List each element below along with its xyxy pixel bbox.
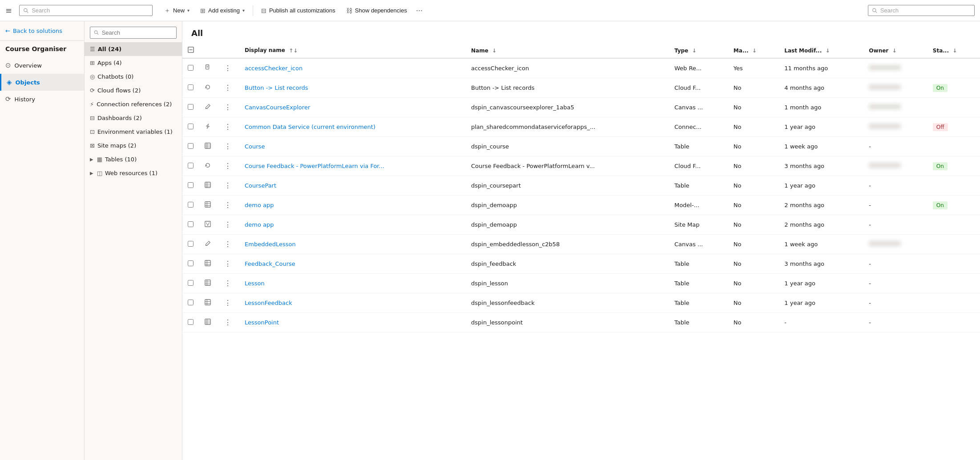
row-checkbox[interactable] (188, 84, 194, 90)
tree-item-chatbots[interactable]: ◎ Chatbots (0) (85, 70, 182, 84)
row-more-button[interactable]: ⋮ (222, 317, 234, 328)
row-more-cell[interactable]: ⋮ (216, 98, 239, 117)
new-button[interactable]: ＋ New ▾ (160, 4, 194, 17)
row-checkbox[interactable] (188, 143, 194, 149)
row-more-cell[interactable]: ⋮ (216, 313, 239, 332)
row-checkbox[interactable] (188, 260, 194, 266)
row-checkbox-cell[interactable] (182, 78, 199, 98)
row-more-cell[interactable]: ⋮ (216, 235, 239, 254)
table-row[interactable]: ⋮Coursedspin_courseTableNo1 week ago- (182, 137, 980, 156)
col-name-header[interactable]: Name ↓ (466, 43, 669, 58)
row-checkbox-cell[interactable] (182, 215, 199, 235)
middle-search-box[interactable] (90, 27, 177, 39)
row-checkbox[interactable] (188, 104, 194, 110)
col-select-all[interactable] (182, 43, 199, 58)
row-checkbox-cell[interactable] (182, 58, 199, 78)
add-existing-button[interactable]: ⊞ Add existing ▾ (196, 4, 249, 17)
row-more-button[interactable]: ⋮ (222, 180, 234, 191)
row-display-name[interactable]: Lesson (239, 274, 466, 293)
row-more-button[interactable]: ⋮ (222, 83, 234, 93)
row-checkbox-cell[interactable] (182, 196, 199, 215)
row-display-name[interactable]: demo app (239, 215, 466, 235)
row-checkbox-cell[interactable] (182, 293, 199, 313)
row-checkbox-cell[interactable] (182, 98, 199, 117)
row-more-cell[interactable]: ⋮ (216, 176, 239, 196)
table-row[interactable]: ⋮Common Data Service (current environmen… (182, 117, 980, 137)
row-display-name[interactable]: LessonPoint (239, 313, 466, 332)
row-display-name[interactable]: CoursePart (239, 176, 466, 196)
row-more-cell[interactable]: ⋮ (216, 137, 239, 156)
tree-item-envvars[interactable]: ⊡ Environment variables (1) (85, 125, 182, 139)
col-type-header[interactable]: Type ↓ (669, 43, 728, 58)
middle-search-input[interactable] (102, 29, 173, 36)
table-row[interactable]: ⋮EmbeddedLessondspin_embeddedlesson_c2b5… (182, 235, 980, 254)
row-checkbox[interactable] (188, 124, 194, 129)
tree-item-webresources[interactable]: ▶ ◫ Web resources (1) (85, 166, 182, 180)
row-checkbox[interactable] (188, 65, 194, 71)
row-more-button[interactable]: ⋮ (222, 122, 234, 132)
row-display-name[interactable]: accessChecker_icon (239, 58, 466, 78)
row-more-button[interactable]: ⋮ (222, 161, 234, 171)
row-display-name[interactable]: LessonFeedback (239, 293, 466, 313)
col-owner-header[interactable]: Owner ↓ (863, 43, 927, 58)
table-row[interactable]: ⋮Button -> List recordsButton -> List re… (182, 78, 980, 98)
tree-item-tables[interactable]: ▶ ▦ Tables (10) (85, 152, 182, 166)
toolbar-search-box[interactable] (19, 5, 153, 16)
row-checkbox-cell[interactable] (182, 137, 199, 156)
table-row[interactable]: ⋮LessonFeedbackdspin_lessonfeedbackTable… (182, 293, 980, 313)
more-button[interactable]: ··· (413, 4, 425, 17)
nav-item-objects[interactable]: ◈ Objects (0, 74, 84, 91)
row-checkbox[interactable] (188, 241, 194, 247)
dependencies-button[interactable]: ⛓ Show dependencies (342, 4, 411, 17)
row-more-button[interactable]: ⋮ (222, 141, 234, 152)
table-row[interactable]: ⋮demo appdspin_demoappSite MapNo2 months… (182, 215, 980, 235)
table-row[interactable]: ⋮LessonPointdspin_lessonpointTableNo-- (182, 313, 980, 332)
table-row[interactable]: ⋮accessChecker_iconaccessChecker_iconWeb… (182, 58, 980, 78)
tree-item-dashboards[interactable]: ⊟ Dashboards (2) (85, 111, 182, 125)
row-more-button[interactable]: ⋮ (222, 259, 234, 269)
row-checkbox[interactable] (188, 221, 194, 227)
col-managed-header[interactable]: Ma... ↓ (728, 43, 779, 58)
row-more-button[interactable]: ⋮ (222, 220, 234, 230)
row-more-button[interactable]: ⋮ (222, 278, 234, 288)
row-checkbox[interactable] (188, 163, 194, 168)
row-more-cell[interactable]: ⋮ (216, 78, 239, 98)
row-checkbox-cell[interactable] (182, 156, 199, 176)
row-display-name[interactable]: Feedback_Course (239, 254, 466, 274)
table-row[interactable]: ⋮Feedback_Coursedspin_feedbackTableNo3 m… (182, 254, 980, 274)
table-row[interactable]: ⋮Course Feedback - PowerPlatformLearn vi… (182, 156, 980, 176)
row-display-name[interactable]: Common Data Service (current environment… (239, 117, 466, 137)
row-more-button[interactable]: ⋮ (222, 63, 234, 73)
search-input[interactable] (32, 7, 149, 14)
row-more-cell[interactable]: ⋮ (216, 117, 239, 137)
row-more-cell[interactable]: ⋮ (216, 196, 239, 215)
row-display-name[interactable]: demo app (239, 196, 466, 215)
table-row[interactable]: ⋮Lessondspin_lessonTableNo1 year ago- (182, 274, 980, 293)
row-checkbox-cell[interactable] (182, 254, 199, 274)
row-display-name[interactable]: Course (239, 137, 466, 156)
row-checkbox[interactable] (188, 300, 194, 305)
toolbar-right-search[interactable] (868, 5, 975, 16)
col-display-name-header[interactable]: Display name ↑↓ (239, 43, 466, 58)
row-checkbox-cell[interactable] (182, 176, 199, 196)
col-status-header[interactable]: Sta... ↓ (928, 43, 980, 58)
row-more-cell[interactable]: ⋮ (216, 274, 239, 293)
tree-item-apps[interactable]: ⊞ Apps (4) (85, 56, 182, 70)
tree-item-connectionrefs[interactable]: ⚡ Connection references (2) (85, 97, 182, 111)
row-more-cell[interactable]: ⋮ (216, 254, 239, 274)
row-display-name[interactable]: Button -> List records (239, 78, 466, 98)
row-checkbox[interactable] (188, 182, 194, 188)
back-to-solutions[interactable]: ← Back to solutions (0, 21, 84, 41)
table-row[interactable]: ⋮demo appdspin_demoappModel-...No2 month… (182, 196, 980, 215)
row-more-button[interactable]: ⋮ (222, 102, 234, 112)
row-more-button[interactable]: ⋮ (222, 239, 234, 249)
row-checkbox[interactable] (188, 280, 194, 286)
nav-item-history[interactable]: ⟳ History (0, 91, 84, 108)
row-more-cell[interactable]: ⋮ (216, 293, 239, 313)
row-more-cell[interactable]: ⋮ (216, 215, 239, 235)
row-checkbox-cell[interactable] (182, 274, 199, 293)
row-more-button[interactable]: ⋮ (222, 200, 234, 210)
table-row[interactable]: ⋮CanvasCourseExplorerdspin_canvascoursee… (182, 98, 980, 117)
right-search-input[interactable] (880, 7, 971, 14)
table-row[interactable]: ⋮CoursePartdspin_coursepartTableNo1 year… (182, 176, 980, 196)
